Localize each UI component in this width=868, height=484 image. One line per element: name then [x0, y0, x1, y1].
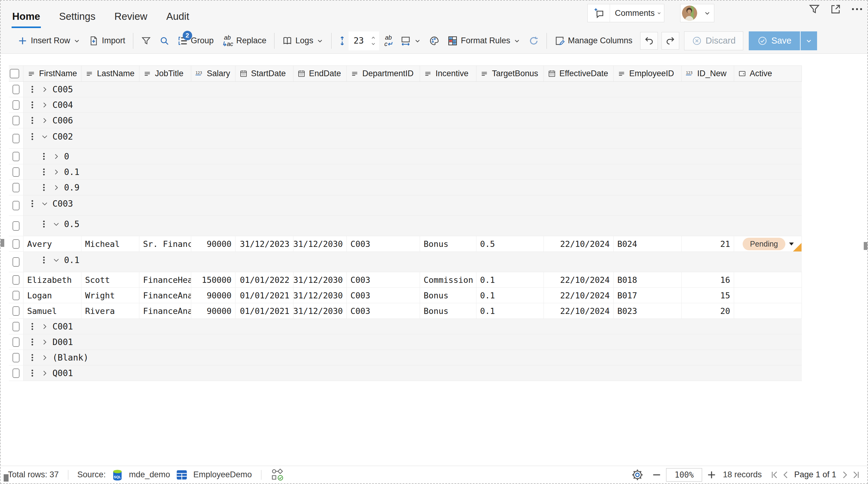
expand-caret-icon[interactable]: [40, 322, 49, 331]
discard-button[interactable]: Discard: [684, 31, 743, 50]
cell-Active[interactable]: [734, 288, 802, 303]
cell-Active[interactable]: Pending: [734, 236, 802, 252]
column-header-DepartmentID[interactable]: DepartmentID: [347, 66, 420, 82]
kebab-icon[interactable]: [39, 183, 49, 192]
row-checkbox[interactable]: [12, 221, 20, 231]
gear-icon[interactable]: [631, 468, 644, 482]
column-header-Incentive[interactable]: Incentive: [420, 66, 476, 82]
row-checkbox[interactable]: [12, 337, 20, 347]
row-checkbox[interactable]: [12, 239, 20, 249]
first-page-icon[interactable]: [770, 470, 780, 480]
cell-ID_New[interactable]: 21: [682, 236, 734, 252]
cell-DepartmentID[interactable]: C003: [347, 236, 420, 252]
cell-DepartmentID[interactable]: C003: [347, 288, 420, 303]
cell-FirstName[interactable]: Logan: [24, 288, 82, 303]
group-row[interactable]: C003: [9, 195, 802, 216]
cell-LastName[interactable]: Micheal: [82, 236, 140, 252]
insert-row-button[interactable]: Insert Row: [13, 31, 85, 50]
comments-button[interactable]: Comments: [587, 4, 664, 22]
kebab-icon[interactable]: [28, 353, 37, 362]
save-options-button[interactable]: [800, 31, 817, 50]
cell-FirstName[interactable]: Elizabeth: [24, 272, 82, 287]
cell-TargetBonus[interactable]: 0.1: [476, 303, 544, 319]
tab-audit[interactable]: Audit: [165, 4, 190, 28]
column-header-EmployeeID[interactable]: EmployeeID: [614, 66, 682, 82]
cell-EndDate[interactable]: 31/12/2030: [293, 236, 347, 252]
cell-Salary[interactable]: 150000: [191, 272, 236, 287]
cell-Incentive[interactable]: Bonus: [420, 288, 476, 303]
kebab-icon[interactable]: [28, 337, 37, 347]
group-row[interactable]: Q001: [9, 365, 802, 381]
row-checkbox[interactable]: [12, 167, 20, 177]
cell-LastName[interactable]: Rivera: [82, 303, 140, 319]
cell-JobTitle[interactable]: FinanceAnaly: [140, 303, 191, 319]
cell-Salary[interactable]: 90000: [191, 236, 236, 252]
row-checkbox[interactable]: [12, 116, 20, 125]
cell-FirstName[interactable]: Avery: [24, 236, 82, 252]
column-header-JobTitle[interactable]: JobTitle: [140, 66, 191, 82]
group-row[interactable]: 0.5: [9, 216, 802, 236]
last-page-icon[interactable]: [851, 470, 861, 480]
column-header-EffectiveDate[interactable]: EffectiveDate: [544, 66, 614, 82]
expand-caret-icon[interactable]: [40, 354, 49, 362]
row-height-spinner[interactable]: 23: [349, 31, 379, 50]
row-checkbox[interactable]: [12, 201, 20, 210]
cell-LastName[interactable]: Wright: [82, 288, 140, 303]
filter-button[interactable]: [137, 31, 155, 50]
cell-Incentive[interactable]: Commission: [420, 272, 476, 287]
collapse-caret-icon[interactable]: [52, 256, 60, 264]
next-page-icon[interactable]: [840, 470, 850, 480]
kebab-icon[interactable]: [28, 100, 37, 109]
validation-workflow-icon[interactable]: [271, 468, 284, 482]
group-row[interactable]: C002: [9, 128, 802, 149]
column-header-StartDate[interactable]: StartDate: [236, 66, 293, 82]
collapse-caret-icon[interactable]: [40, 200, 49, 208]
expand-caret-icon[interactable]: [40, 101, 49, 109]
row-checkbox[interactable]: [12, 291, 20, 300]
row-checkbox[interactable]: [12, 100, 20, 110]
row-checkbox[interactable]: [12, 322, 20, 331]
cell-ID_New[interactable]: 16: [682, 272, 734, 287]
column-header-TargetBonus[interactable]: TargetBonus: [476, 66, 544, 82]
row-checkbox[interactable]: [12, 85, 20, 94]
select-all-checkbox[interactable]: [10, 69, 19, 78]
format-rules-button[interactable]: Format Rules: [443, 31, 525, 50]
cell-DepartmentID[interactable]: C003: [347, 303, 420, 319]
cell-StartDate[interactable]: 01/01/2022: [236, 272, 293, 287]
cell-LastName[interactable]: Scott: [82, 272, 140, 287]
column-header-LastName[interactable]: LastName: [82, 66, 140, 82]
group-row[interactable]: C005: [9, 82, 802, 97]
row-checkbox[interactable]: [12, 275, 20, 285]
cell-TargetBonus[interactable]: 0.5: [476, 236, 544, 252]
cell-FirstName[interactable]: Samuel: [24, 303, 82, 319]
row-checkbox[interactable]: [12, 368, 20, 378]
expand-caret-icon[interactable]: [40, 338, 49, 346]
replace-button[interactable]: ab↳ac Replace: [218, 31, 271, 50]
zoom-out-icon[interactable]: [651, 470, 662, 480]
cell-EffectiveDate[interactable]: 22/10/2024: [544, 303, 614, 319]
expand-icon[interactable]: [830, 3, 842, 15]
cell-JobTitle[interactable]: FinanceAnaly: [140, 288, 191, 303]
cell-Active[interactable]: [734, 303, 802, 319]
group-row[interactable]: 0.1: [9, 164, 802, 180]
row-checkbox[interactable]: [12, 353, 20, 362]
column-header-Active[interactable]: Active: [734, 66, 802, 82]
save-button[interactable]: Save: [749, 31, 800, 50]
cell-EffectiveDate[interactable]: 22/10/2024: [544, 288, 614, 303]
expand-caret-icon[interactable]: [52, 168, 60, 176]
cell-DepartmentID[interactable]: C003: [347, 272, 420, 287]
wrap-text-button[interactable]: abc↵: [380, 31, 397, 50]
kebab-icon[interactable]: [28, 322, 37, 331]
spinner-down-icon[interactable]: [370, 41, 377, 46]
cell-EffectiveDate[interactable]: 22/10/2024: [544, 272, 614, 287]
row-checkbox[interactable]: [12, 183, 20, 192]
expand-caret-icon[interactable]: [40, 85, 49, 94]
cell-Incentive[interactable]: Bonus: [420, 303, 476, 319]
group-row[interactable]: C004: [9, 97, 802, 113]
zoom-level[interactable]: 100%: [666, 468, 702, 482]
search-button[interactable]: [155, 31, 174, 50]
cell-Incentive[interactable]: Bonus: [420, 236, 476, 252]
table-name[interactable]: EmployeeDemo: [193, 470, 252, 479]
zoom-in-icon[interactable]: [706, 470, 717, 480]
undo-button[interactable]: [640, 32, 658, 50]
